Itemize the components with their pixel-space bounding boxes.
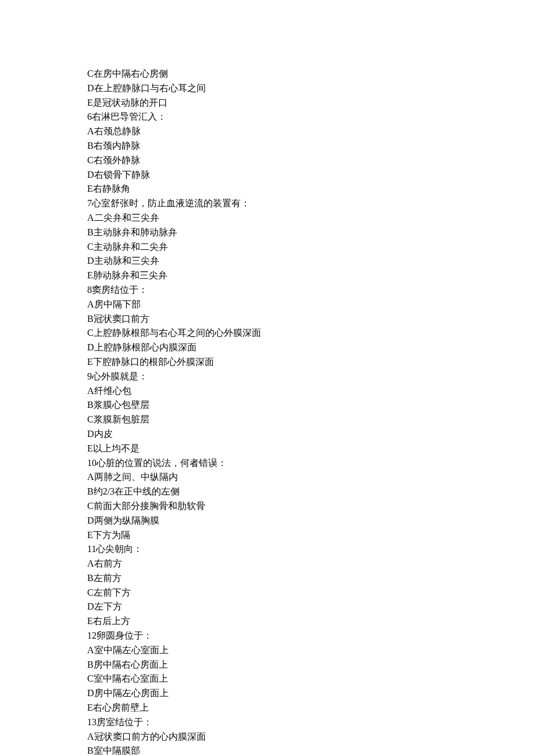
text-line: 6右淋巴导管汇入：	[87, 110, 448, 124]
text-line: E右心房前壁上	[87, 701, 448, 715]
text-line: E是冠状动脉的开口	[87, 96, 448, 110]
text-line: B主动脉弁和肺动脉弁	[87, 225, 448, 240]
text-line: D两侧为纵隔胸膜	[87, 514, 448, 528]
text-line: A两肺之间、中纵隔内	[87, 470, 448, 485]
text-line: C左前下方	[87, 586, 448, 600]
text-line: A右颈总静脉	[87, 124, 448, 139]
text-line: 7心室舒张时，防止血液逆流的装置有：	[87, 196, 448, 211]
text-line: 9心外膜就是：	[87, 370, 448, 384]
text-line: E下方为隔	[87, 528, 448, 543]
text-line: A纤维心包	[87, 384, 448, 399]
text-line: 11心尖朝向：	[87, 542, 448, 557]
text-line: D房中隔左心房面上	[87, 686, 448, 701]
text-line: 12卵圆身位于：	[87, 629, 448, 643]
text-line: D在上腔静脉口与右心耳之间	[87, 81, 448, 96]
text-line: C浆膜新包脏层	[87, 413, 448, 427]
text-line: C主动脉弁和二尖弁	[87, 240, 448, 255]
text-line: A二尖弁和三尖弁	[87, 211, 448, 225]
text-line: D左下方	[87, 600, 448, 614]
text-line: D内皮	[87, 427, 448, 442]
text-line: A右前方	[87, 557, 448, 571]
text-line: A室中隔左心室面上	[87, 643, 448, 658]
text-line: C在房中隔右心房侧	[87, 67, 448, 81]
text-line: 8窦房结位于：	[87, 283, 448, 298]
text-line: C右颈外静脉	[87, 153, 448, 168]
text-line: E下腔静脉口的根部心外膜深面	[87, 355, 448, 370]
text-line: E右后上方	[87, 614, 448, 629]
text-line: C前面大部分接胸骨和肋软骨	[87, 499, 448, 514]
text-line: D主动脉和三尖弁	[87, 254, 448, 268]
text-line: B左前方	[87, 571, 448, 586]
text-line: E右静脉角	[87, 182, 448, 196]
document-page: C在房中隔右心房侧 D在上腔静脉口与右心耳之间 E是冠状动脉的开口 6右淋巴导管…	[0, 0, 535, 756]
text-line: D上腔静脉根部心内膜深面	[87, 341, 448, 355]
text-line: B约2/3在正中线的左侧	[87, 485, 448, 499]
text-line: D右锁骨下静脉	[87, 168, 448, 182]
text-line: B房中隔右心房面上	[87, 658, 448, 672]
text-line: C室中隔右心室面上	[87, 672, 448, 686]
text-line: B冠状窦口前方	[87, 312, 448, 327]
text-line: A冠状窦口前方的心内膜深面	[87, 730, 448, 744]
text-line: E以上均不是	[87, 442, 448, 456]
text-line: B浆膜心包壁层	[87, 398, 448, 413]
text-line: C上腔静脉根部与右心耳之间的心外膜深面	[87, 326, 448, 341]
text-line: B右颈内静脉	[87, 139, 448, 153]
text-line: E肺动脉弁和三尖弁	[87, 268, 448, 283]
text-line: B室中隔膜部	[87, 744, 448, 756]
text-line: 13房室结位于：	[87, 715, 448, 730]
text-line: 10心脏的位置的说法，何者错误：	[87, 456, 448, 471]
text-line: A房中隔下部	[87, 298, 448, 312]
